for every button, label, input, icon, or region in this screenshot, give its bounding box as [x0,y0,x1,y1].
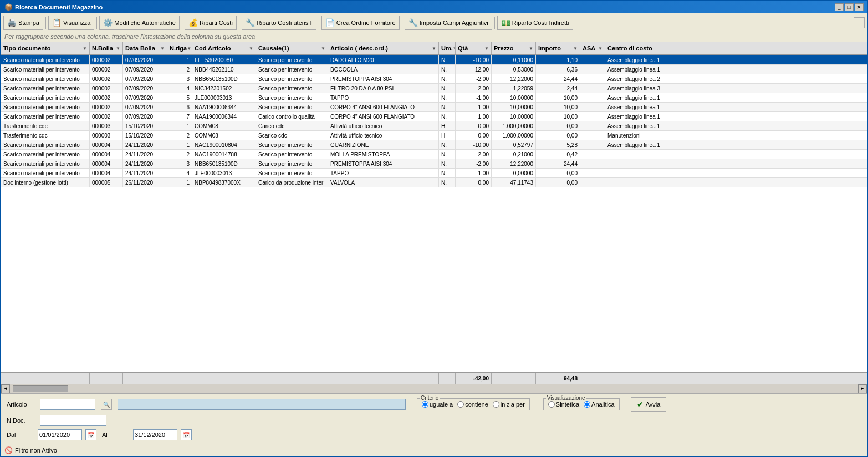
criterio-uguale[interactable]: uguale a [422,401,453,408]
close-button[interactable]: ✕ [855,3,864,11]
riparti-indiretti-button[interactable]: 💵 Riparto Costi Indiretti [497,16,573,30]
col-header-centro[interactable]: Centro di costo [605,42,716,54]
drag-hint: Per raggruppare secondo una colonna, tra… [1,32,867,42]
table-row[interactable]: Trasferimento cdc00000315/10/20201COMM08… [1,121,867,131]
window-icon: 📦 [4,3,13,11]
stampa-button[interactable]: 🖨️ Stampa [3,16,43,30]
status-bar: 🚫 Filtro non Attivo [1,444,867,456]
imposta-campi-button[interactable]: 🔧 Imposta Campi Aggiuntivi [405,16,492,30]
col-header-cod[interactable]: Cod Articolo▼ [192,42,256,54]
filter-label: Filtro non Attivo [15,447,57,454]
avvia-check-icon: ✔ [637,400,644,409]
dal-label: Dal [7,431,34,438]
summary-articolo [328,373,439,384]
horizontal-scrollbar[interactable]: ◄ ► [1,384,867,393]
riparti-costi-button[interactable]: 💰 Riparti Costi [185,16,237,30]
riparti-indiretti-icon: 💵 [501,18,510,27]
ndoc-label: N.Doc. [7,417,34,424]
avvia-button[interactable]: ✔ Avvia [631,397,667,412]
scroll-thumb[interactable] [13,385,68,392]
table-row[interactable]: Scarico materiali per intervento00000424… [1,169,867,178]
visualizza-button[interactable]: 📋 Visualizza [48,16,94,30]
criterio-options: uguale a contiene inizia per [422,401,525,408]
col-header-causale[interactable]: Causale(1)▼ [256,42,328,54]
visualizzazione-group: Visualizzazione Sintetica Analitica [543,398,620,410]
articolo-search-button[interactable]: 🔍 [101,399,112,410]
col-header-asa[interactable]: ASA▼ [580,42,605,54]
criterio-inizia[interactable]: inizia per [493,401,525,408]
al-input[interactable] [133,429,177,440]
visualizza-label: Visualizza [63,19,90,26]
riparti-costi-label: Riparti Costi [200,19,233,26]
filter-icon: 🚫 [4,446,13,454]
grid-header: Tipo documento▼ N.Bolla▼ Data Bolla▼ N.r… [1,42,867,55]
crea-ordine-button[interactable]: 📄 Crea Ordine Fornitore [321,16,400,30]
table-row[interactable]: Scarico materiali per intervento00000424… [1,159,867,169]
modifiche-icon: ⚙️ [103,18,113,27]
modifiche-button[interactable]: ⚙️ Modifiche Automatiche [99,16,180,30]
col-header-data[interactable]: Data Bolla▼ [123,42,167,54]
articolo-label: Articolo [7,401,34,408]
minimize-button[interactable]: _ [835,3,844,11]
table-row[interactable]: Scarico materiali per intervento00000207… [1,93,867,103]
summary-tipo [1,373,90,384]
maximize-button[interactable]: □ [845,3,854,11]
table-row[interactable]: Scarico materiali per intervento00000207… [1,74,867,84]
riparti-utensili-button[interactable]: 🔧 Riparto Costi utensili [242,16,316,30]
col-header-nriga[interactable]: N.riga▼ [167,42,192,54]
summary-data [123,373,167,384]
summary-prezzo [492,373,536,384]
viz-sintetica[interactable]: Sintetica [548,401,579,408]
table-row[interactable]: Scarico materiali per intervento00000424… [1,150,867,159]
scroll-left-button[interactable]: ◄ [1,384,10,393]
table-row[interactable]: Trasferimento cdc00000315/10/20202COMM08… [1,131,867,140]
crea-ordine-icon: 📄 [325,18,335,27]
toolbar-extra-button[interactable]: ⋯ [854,17,865,28]
summary-qta: -42,00 [456,373,492,384]
dal-calendar-button[interactable]: 📅 [85,429,96,440]
dal-input[interactable] [38,429,82,440]
crea-ordine-label: Crea Ordine Fornitore [336,19,396,26]
avvia-label: Avvia [646,401,661,408]
summary-nriga [167,373,192,384]
col-header-qta[interactable]: Qtà▼ [456,42,492,54]
articolo-search-input[interactable] [40,399,95,410]
scroll-right-button[interactable]: ► [858,384,867,393]
riparti-utensili-label: Riparto Costi utensili [257,19,313,26]
al-calendar-button[interactable]: 📅 [181,429,192,440]
grid-body[interactable]: Scarico materiali per intervento00000207… [1,55,867,372]
stampa-icon: 🖨️ [7,18,17,27]
imposta-campi-label: Imposta Campi Aggiuntivi [420,19,488,26]
table-row[interactable]: Scarico materiali per intervento00000424… [1,140,867,150]
summary-causale [256,373,328,384]
toolbar: 🖨️ Stampa 📋 Visualizza ⚙️ Modifiche Auto… [1,13,867,32]
col-header-um[interactable]: Um.▼ [439,42,456,54]
title-bar: 📦 Ricerca Documenti Magazzino _ □ ✕ [1,1,867,13]
scroll-track[interactable] [10,384,858,393]
criterio-contiene[interactable]: contiene [457,401,488,408]
riparti-utensili-icon: 🔧 [246,18,255,27]
table-row[interactable]: Doc interno (gestione lotti)00000526/11/… [1,178,867,187]
col-header-prezzo[interactable]: Prezzo▼ [492,42,536,54]
table-row[interactable]: Scarico materiali per intervento00000207… [1,84,867,93]
criterio-group: Criterio uguale a contiene inizia per [417,398,530,410]
riparti-indiretti-label: Riparto Costi Indiretti [512,19,569,26]
ndoc-input[interactable] [40,415,106,426]
col-header-articolo[interactable]: Articolo ( desc.ord.)▼ [328,42,439,54]
articolo-description-input[interactable] [118,399,406,410]
col-header-importo[interactable]: Importo▼ [536,42,580,54]
table-row[interactable]: Scarico materiali per intervento00000207… [1,55,867,65]
filter-status: 🚫 Filtro non Attivo [4,446,57,454]
imposta-campi-icon: 🔧 [409,18,418,27]
table-row[interactable]: Scarico materiali per intervento00000207… [1,103,867,112]
summary-cod [192,373,256,384]
visualizzazione-label: Visualizzazione [546,395,586,401]
stampa-label: Stampa [18,19,39,26]
ndoc-row: N.Doc. [7,415,861,426]
viz-analitica[interactable]: Analitica [584,401,615,408]
col-header-tipo[interactable]: Tipo documento▼ [1,42,90,54]
table-row[interactable]: Scarico materiali per intervento00000207… [1,112,867,121]
col-header-nbolla[interactable]: N.Bolla▼ [90,42,123,54]
table-row[interactable]: Scarico materiali per intervento00000207… [1,65,867,74]
articolo-row: Articolo 🔍 Criterio uguale a contiene in… [7,397,861,412]
